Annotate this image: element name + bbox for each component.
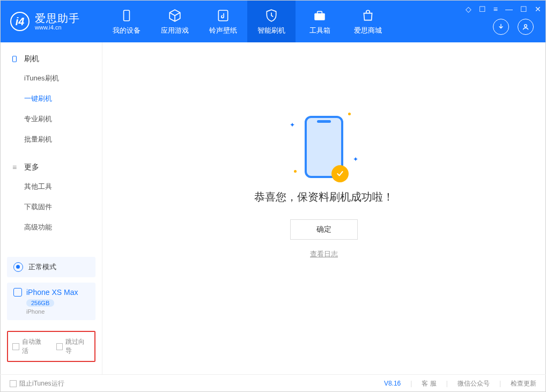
tab-flash[interactable]: 智能刷机 — [247, 1, 296, 42]
support-link[interactable]: 客 服 — [422, 379, 436, 388]
sidebar: 刷机 iTunes刷机 一键刷机 专业刷机 批量刷机 ≡ 更多 其他工具 下载固… — [1, 42, 102, 375]
sidebar-header-flash[interactable]: 刷机 — [1, 50, 102, 68]
dot-icon — [348, 113, 351, 115]
success-message: 恭喜您，保资料刷机成功啦！ — [254, 190, 394, 204]
sidebar-item-pro-flash[interactable]: 专业刷机 — [1, 109, 102, 129]
footer: 阻止iTunes运行 V8.16 | 客 服 | 微信公众号 | 检查更新 — [0, 374, 546, 392]
tab-label: 我的设备 — [113, 26, 141, 35]
tab-label: 智能刷机 — [257, 26, 285, 35]
ok-button[interactable]: 确定 — [290, 219, 358, 240]
checkbox-icon — [12, 343, 19, 350]
device-mode-row[interactable]: 正常模式 — [7, 257, 95, 277]
user-button[interactable] — [518, 19, 534, 35]
sidebar-item-oneclick-flash[interactable]: 一键刷机 — [1, 88, 102, 109]
svg-rect-0 — [124, 10, 130, 21]
svg-rect-1 — [218, 10, 227, 21]
mode-icon — [13, 262, 23, 272]
checkbox-label: 跳过向导 — [65, 337, 90, 356]
menu-icon[interactable]: ≡ — [493, 5, 498, 13]
tab-label: 爱思商城 — [354, 26, 382, 35]
sidebar-section-more: ≡ 更多 其他工具 下载固件 高级功能 — [1, 158, 102, 238]
app-title: 爱思助手 — [35, 12, 80, 24]
checkbox-skip-guide[interactable]: 跳过向导 — [56, 337, 91, 356]
sidebar-item-download-firmware[interactable]: 下载固件 — [1, 197, 102, 217]
check-badge-icon — [331, 165, 349, 182]
maximize-icon[interactable]: ☐ — [520, 5, 527, 13]
device-name: iPhone XS Max — [13, 288, 89, 297]
feedback-icon[interactable]: ☐ — [479, 5, 486, 13]
success-illustration: ✦ ✦ — [305, 116, 343, 178]
sidebar-section-flash: 刷机 iTunes刷机 一键刷机 专业刷机 批量刷机 — [1, 50, 102, 150]
tab-ringtones[interactable]: 铃声壁纸 — [199, 1, 247, 42]
window-controls: ◇ ☐ ≡ — ☐ ✕ — [466, 5, 541, 13]
bag-icon — [360, 8, 375, 23]
checkbox-label: 阻止iTunes运行 — [19, 379, 64, 388]
footer-right: V8.16 | 客 服 | 微信公众号 | 检查更新 — [384, 379, 536, 388]
logo-area[interactable]: i4 爱思助手 www.i4.cn — [1, 12, 102, 31]
version-label[interactable]: V8.16 — [384, 380, 401, 387]
logo-text: 爱思助手 www.i4.cn — [35, 12, 80, 31]
device-name-label: iPhone XS Max — [26, 288, 78, 297]
cube-icon — [167, 8, 182, 23]
device-mode-label: 正常模式 — [28, 262, 56, 272]
main-content: ✦ ✦ 恭喜您，保资料刷机成功啦！ 确定 查看日志 — [102, 42, 545, 375]
tab-apps[interactable]: 应用游戏 — [151, 1, 199, 42]
phone-icon — [10, 55, 19, 63]
checkbox-label: 自动激活 — [22, 337, 47, 356]
spark-icon: ✦ — [353, 156, 358, 163]
tab-label: 铃声壁纸 — [209, 26, 237, 35]
device-panel: 正常模式 iPhone XS Max 256GB iPhone — [7, 257, 95, 320]
sidebar-item-itunes-flash[interactable]: iTunes刷机 — [1, 68, 102, 88]
sidebar-header-label: 刷机 — [24, 54, 39, 64]
checkbox-block-itunes[interactable]: 阻止iTunes运行 — [10, 379, 64, 388]
checkbox-icon — [56, 343, 63, 350]
tab-my-device[interactable]: 我的设备 — [102, 1, 151, 42]
checkbox-icon — [10, 380, 17, 387]
app-subtitle: www.i4.cn — [35, 24, 80, 31]
device-icon — [119, 8, 134, 23]
tab-store[interactable]: 爱思商城 — [344, 1, 392, 42]
device-capacity: 256GB — [26, 299, 54, 307]
phone-icon — [13, 288, 22, 297]
music-icon — [216, 8, 231, 23]
minimize-icon[interactable]: — — [505, 5, 513, 13]
tab-label: 工具箱 — [309, 26, 330, 35]
sidebar-item-advanced[interactable]: 高级功能 — [1, 217, 102, 238]
svg-rect-3 — [318, 11, 322, 13]
spark-icon: ✦ — [290, 121, 295, 129]
menu-icon: ≡ — [10, 163, 19, 172]
tab-label: 应用游戏 — [161, 26, 189, 35]
sidebar-item-other-tools[interactable]: 其他工具 — [1, 176, 102, 197]
view-log-link[interactable]: 查看日志 — [310, 249, 338, 259]
header: i4 爱思助手 www.i4.cn 我的设备 应用游戏 铃声壁纸 智能刷机 工具… — [1, 1, 545, 42]
body: 刷机 iTunes刷机 一键刷机 专业刷机 批量刷机 ≡ 更多 其他工具 下载固… — [1, 42, 545, 375]
check-update-link[interactable]: 检查更新 — [511, 379, 536, 388]
nav-tabs: 我的设备 应用游戏 铃声壁纸 智能刷机 工具箱 爱思商城 — [102, 1, 392, 42]
separator: | — [499, 380, 501, 387]
separator: | — [446, 380, 448, 387]
app-logo-icon: i4 — [10, 12, 29, 31]
wechat-link[interactable]: 微信公众号 — [458, 379, 490, 388]
shield-icon — [264, 8, 279, 23]
sidebar-header-more[interactable]: ≡ 更多 — [1, 158, 102, 176]
skin-icon[interactable]: ◇ — [466, 5, 471, 13]
close-icon[interactable]: ✕ — [535, 5, 541, 13]
separator: | — [410, 380, 412, 387]
tab-toolbox[interactable]: 工具箱 — [296, 1, 344, 42]
checkbox-auto-activate[interactable]: 自动激活 — [12, 337, 47, 356]
dot-icon — [294, 170, 297, 173]
download-button[interactable] — [493, 19, 509, 35]
svg-rect-5 — [13, 56, 17, 62]
header-right-buttons — [493, 19, 534, 35]
sidebar-header-label: 更多 — [24, 162, 39, 172]
bottom-checks-highlight: 自动激活 跳过向导 — [7, 331, 95, 362]
svg-point-4 — [525, 25, 527, 27]
svg-rect-2 — [314, 13, 325, 20]
device-info-row[interactable]: iPhone XS Max 256GB iPhone — [7, 283, 95, 320]
toolbox-icon — [312, 8, 327, 23]
sidebar-item-batch-flash[interactable]: 批量刷机 — [1, 129, 102, 150]
device-type: iPhone — [26, 308, 89, 315]
phone-notch — [317, 120, 331, 123]
